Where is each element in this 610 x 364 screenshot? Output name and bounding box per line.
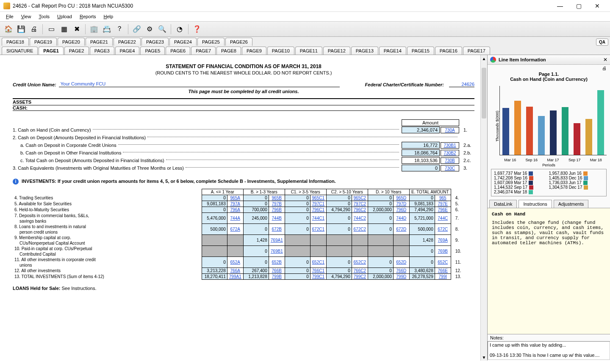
inv-val[interactable]: 7,494,290 [409, 207, 435, 213]
pie-icon[interactable]: ◔ [174, 23, 186, 35]
amount-cell[interactable]: 18,086,764 [402, 149, 440, 156]
help-box-icon[interactable]: ？ [114, 23, 125, 35]
inv-code[interactable]: 796A [227, 207, 243, 213]
inv-val[interactable]: 0 [409, 257, 435, 268]
inv-code[interactable]: 652C [435, 257, 451, 268]
tab-page16[interactable]: PAGE16 [435, 47, 462, 55]
tab-page1[interactable]: PAGE1 [39, 47, 63, 55]
delete-x-icon[interactable]: ✖ [71, 23, 83, 35]
help-round-icon[interactable]: ❓ [191, 23, 203, 35]
inv-val[interactable]: 0 [285, 257, 310, 268]
inv-val[interactable]: 267,400 [243, 268, 269, 274]
close-button[interactable]: ✕ [588, 0, 607, 12]
tab-page15[interactable]: PAGE15 [407, 47, 434, 55]
inv-val[interactable]: 0 [243, 257, 269, 268]
tab-page18[interactable]: PAGE18 [2, 38, 29, 46]
inv-code[interactable]: 766E [435, 268, 451, 274]
inv-code[interactable]: 797D [393, 201, 409, 207]
code-link[interactable]: 730B1 [441, 142, 459, 149]
inv-code[interactable]: 744C [435, 213, 451, 224]
window-icon[interactable]: ▭ [45, 23, 57, 35]
inv-val[interactable]: 245,000 [243, 213, 269, 224]
inv-code[interactable]: 766A [227, 268, 243, 274]
inv-val[interactable]: 0 [326, 195, 352, 201]
qa-button[interactable]: QA [596, 39, 608, 46]
tab-page10[interactable]: PAGE10 [267, 47, 294, 55]
inv-code[interactable]: 796C1 [310, 207, 326, 213]
print-icon[interactable]: 🖨 [602, 66, 607, 71]
cu-name-field[interactable]: Your Community FCU [59, 81, 340, 87]
inv-code[interactable]: 766C2 [352, 268, 368, 274]
building-icon[interactable]: 🏢 [88, 23, 100, 35]
save-icon[interactable]: 💾 [15, 23, 27, 35]
inv-code[interactable]: 799A1 [227, 274, 243, 280]
amount-cell[interactable]: 0 [402, 165, 440, 171]
inv-code[interactable]: 797A [227, 201, 243, 207]
tab-page20[interactable]: PAGE20 [58, 38, 85, 46]
inv-code[interactable]: 769B [435, 246, 451, 257]
scroll-down-arrow[interactable]: ▼ [481, 354, 487, 361]
inv-code[interactable]: 672A [227, 224, 243, 235]
inv-code[interactable]: 965D [393, 195, 409, 201]
menu-view[interactable]: View [18, 13, 35, 20]
grid-icon[interactable]: ▦ [58, 23, 70, 35]
inv-code[interactable]: 965C2 [352, 195, 368, 201]
inv-val[interactable]: 0 [285, 268, 310, 274]
code-link[interactable]: 730A [441, 127, 459, 133]
inv-code[interactable]: 796D [393, 207, 409, 213]
inv-code[interactable]: 744B [269, 213, 285, 224]
inv-code[interactable]: 672C1 [310, 224, 326, 235]
fed-charter-field[interactable]: 24626 [449, 82, 474, 87]
inv-val[interactable]: 0 [285, 224, 310, 235]
sidetab-adjustments[interactable]: Adjustments [554, 200, 589, 208]
inv-val[interactable]: 0 [243, 246, 269, 257]
inv-code[interactable]: 672B [269, 224, 285, 235]
menu-tools[interactable]: Tools [35, 13, 53, 20]
vertical-scrollbar[interactable]: ▲ ▼ [480, 55, 487, 361]
tab-page13[interactable]: PAGE13 [351, 47, 378, 55]
zoom-icon[interactable]: 🔍 [156, 23, 168, 35]
inv-code[interactable]: 652C1 [310, 257, 326, 268]
inv-val[interactable]: 9,081,183 [202, 201, 227, 207]
inv-val[interactable]: 3,213,228 [202, 268, 227, 274]
inv-val[interactable]: 18,270,411 [202, 274, 227, 280]
tab-page7[interactable]: PAGE7 [191, 47, 216, 55]
inv-val[interactable]: 0 [368, 213, 393, 224]
inv-val[interactable]: 0 [326, 213, 352, 224]
inv-code[interactable]: 769A [435, 235, 451, 246]
inv-code[interactable]: 797B [269, 201, 285, 207]
inv-val[interactable]: 0 [243, 195, 269, 201]
tab-page3[interactable]: PAGE3 [90, 47, 114, 55]
inv-val[interactable]: 0 [285, 213, 310, 224]
tab-signature[interactable]: SIGNATURE [2, 47, 38, 55]
inv-val[interactable]: 700,000 [243, 207, 269, 213]
inv-code[interactable]: 799C1 [310, 274, 326, 280]
inv-code[interactable]: 652C2 [352, 257, 368, 268]
sidetab-instructions[interactable]: Instructions [518, 200, 552, 208]
dial-icon[interactable]: ⚙ [144, 23, 155, 35]
inv-code[interactable]: 744C2 [352, 213, 368, 224]
tab-page9[interactable]: PAGE9 [242, 47, 266, 55]
inv-code[interactable]: 652D [393, 257, 409, 268]
code-link[interactable]: 730B [441, 157, 459, 164]
inv-val[interactable]: 0 [326, 257, 352, 268]
inv-code[interactable]: 744D [393, 213, 409, 224]
inv-val[interactable]: 4,794,290 [326, 274, 352, 280]
inv-val[interactable]: 4,794,290 [326, 207, 352, 213]
tab-page8[interactable]: PAGE8 [216, 47, 241, 55]
inv-val[interactable]: 1,213,828 [243, 274, 269, 280]
inv-val[interactable]: 5,721,000 [409, 213, 435, 224]
tab-page19[interactable]: PAGE19 [30, 38, 57, 46]
minimize-button[interactable]: — [551, 0, 569, 12]
tab-page21[interactable]: PAGE21 [86, 38, 113, 46]
tab-page23[interactable]: PAGE23 [141, 38, 169, 46]
card-icon[interactable]: 📇 [101, 23, 113, 35]
code-link[interactable]: 730C [441, 165, 459, 171]
inv-val[interactable]: 0 [326, 201, 352, 207]
inv-code[interactable]: 744A [227, 213, 243, 224]
tab-page22[interactable]: PAGE22 [114, 38, 141, 46]
amount-cell[interactable]: 16,772 [402, 142, 440, 149]
tab-page12[interactable]: PAGE12 [323, 47, 350, 55]
tab-page5[interactable]: PAGE5 [140, 47, 165, 55]
maximize-button[interactable]: ▢ [569, 0, 588, 12]
